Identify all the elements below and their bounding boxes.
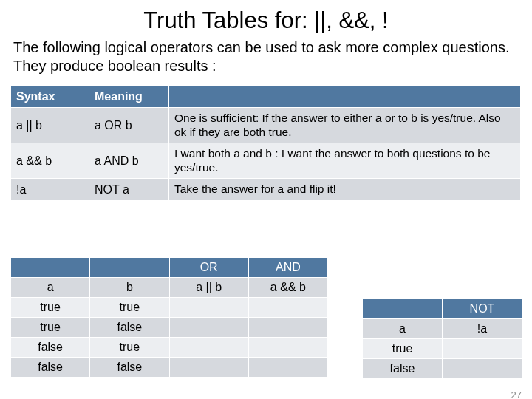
cell-a: true — [363, 339, 443, 359]
cell-meaning: a OR b — [89, 108, 169, 143]
intro-text: The following logical operators can be u… — [13, 38, 519, 75]
cell-desc: I want both a and b : I want the answer … — [169, 143, 521, 179]
table-row: a || b a OR b One is sufficient: If the … — [11, 108, 521, 143]
cell-b: false — [90, 318, 169, 338]
cell-or — [169, 338, 248, 358]
cell-and — [248, 318, 327, 338]
table-row: true false — [11, 318, 328, 338]
table-row: true true — [11, 298, 328, 318]
th-and-label: AND — [248, 258, 327, 278]
table-row: false false — [11, 358, 328, 378]
truth-table: OR AND a b a || b a && b true true true … — [10, 257, 328, 378]
cell-syntax: a || b — [11, 108, 89, 143]
th-na: !a — [443, 319, 522, 339]
cell-and — [248, 338, 327, 358]
page-number: 27 — [511, 389, 522, 399]
cell-syntax: a && b — [11, 143, 89, 179]
table-row: false true — [11, 338, 328, 358]
cell-desc: Take the answer for a and flip it! — [169, 179, 521, 201]
table-header-row: Syntax Meaning — [11, 86, 521, 108]
cell-or — [169, 358, 248, 378]
table-header-row: a !a — [363, 319, 522, 339]
cell-b: true — [90, 338, 169, 358]
cell-a: false — [363, 359, 443, 379]
cell-desc: One is sufficient: If the answer to eith… — [169, 108, 521, 143]
th-syntax: Syntax — [11, 86, 89, 108]
cell-syntax: !a — [11, 179, 89, 201]
th-or: a || b — [169, 278, 248, 298]
cell-a: false — [11, 358, 90, 378]
table-row: true — [363, 339, 522, 359]
table-row: false — [363, 359, 522, 379]
cell-b: false — [90, 358, 169, 378]
slide-title: Truth Tables for: ||, &&, ! — [0, 7, 532, 34]
th-a: a — [11, 278, 90, 298]
table-super-row: NOT — [363, 299, 522, 319]
cell-na — [443, 359, 522, 379]
table-row: a && b a AND b I want both a and b : I w… — [11, 143, 521, 179]
slide: Truth Tables for: ||, &&, ! The followin… — [0, 7, 532, 399]
cell-meaning: a AND b — [89, 143, 169, 179]
th-blank — [363, 299, 443, 319]
th-not-label: NOT — [443, 299, 522, 319]
cell-b: true — [90, 298, 169, 318]
cell-na — [443, 339, 522, 359]
table-header-row: a b a || b a && b — [11, 278, 328, 298]
cell-a: true — [11, 298, 90, 318]
th-or-label: OR — [169, 258, 248, 278]
th-a: a — [363, 319, 443, 339]
th-blank — [90, 258, 169, 278]
not-table: NOT a !a true false — [362, 299, 522, 379]
cell-meaning: NOT a — [89, 179, 169, 201]
table-row: !a NOT a Take the answer for a and flip … — [11, 179, 521, 201]
th-and: a && b — [248, 278, 327, 298]
table-super-row: OR AND — [11, 258, 328, 278]
cell-or — [169, 298, 248, 318]
cell-or — [169, 318, 248, 338]
cell-and — [248, 358, 327, 378]
cell-and — [248, 298, 327, 318]
th-desc — [169, 86, 521, 108]
th-b: b — [90, 278, 169, 298]
cell-a: true — [11, 318, 90, 338]
th-meaning: Meaning — [89, 86, 169, 108]
cell-a: false — [11, 338, 90, 358]
operators-table: Syntax Meaning a || b a OR b One is suff… — [10, 86, 521, 201]
th-blank — [11, 258, 90, 278]
